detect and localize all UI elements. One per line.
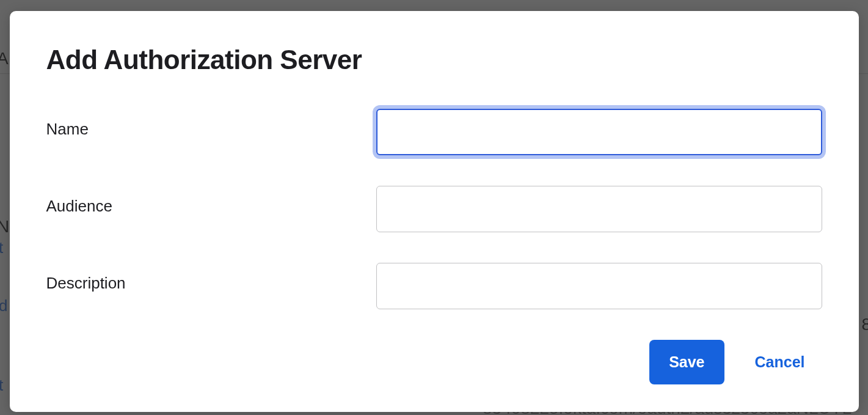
- name-input[interactable]: [376, 109, 822, 155]
- audience-input-wrap: [376, 186, 822, 232]
- name-input-wrap: [376, 109, 822, 155]
- modal-overlay[interactable]: Add Authorization Server Name Audience D…: [0, 0, 868, 415]
- audience-input[interactable]: [376, 186, 822, 232]
- name-label: Name: [46, 109, 376, 139]
- cancel-button[interactable]: Cancel: [755, 353, 805, 371]
- form-row-audience: Audience: [46, 186, 822, 232]
- modal-title: Add Authorization Server: [46, 45, 822, 75]
- description-label: Description: [46, 263, 376, 293]
- description-input[interactable]: [376, 263, 822, 309]
- description-input-wrap: [376, 263, 822, 309]
- add-authorization-server-modal: Add Authorization Server Name Audience D…: [10, 11, 859, 412]
- form-row-description: Description: [46, 263, 822, 309]
- audience-label: Audience: [46, 186, 376, 216]
- save-button[interactable]: Save: [649, 340, 724, 384]
- form-row-name: Name: [46, 109, 822, 155]
- modal-actions: Save Cancel: [46, 340, 822, 384]
